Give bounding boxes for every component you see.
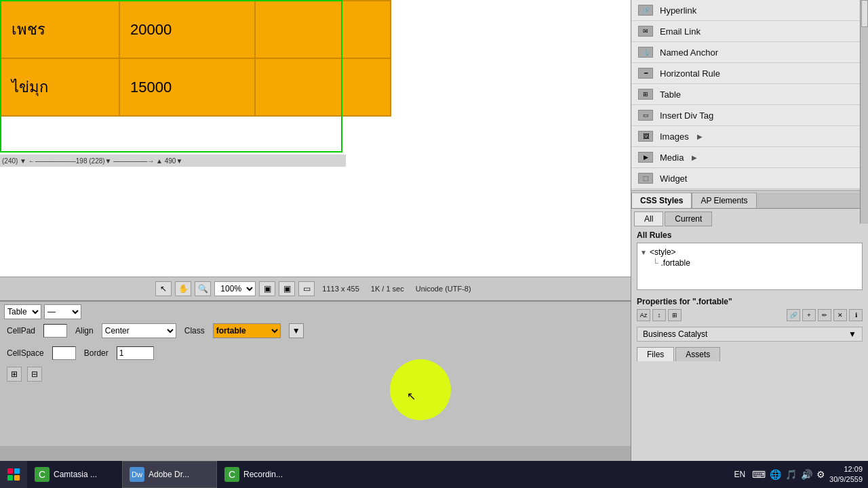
files-assets-tabs: Files Assets: [631, 344, 868, 361]
anchor-icon: ⚓: [638, 47, 653, 58]
tab-css-styles[interactable]: CSS Styles: [631, 192, 692, 208]
split-cell-icon[interactable]: ⊟: [27, 367, 42, 382]
props-icon-info[interactable]: ℹ: [849, 309, 863, 321]
email-label: Email Link: [660, 26, 701, 37]
menu-item-images[interactable]: 🖼 Images ▶: [631, 126, 868, 147]
recording-icon: C: [224, 467, 239, 482]
sub-tab-all[interactable]: All: [634, 211, 663, 226]
email-icon: ✉: [638, 26, 653, 37]
class-arrow-btn[interactable]: ▼: [289, 323, 304, 338]
business-catalyst-section[interactable]: Business Catalyst ▼: [637, 327, 863, 342]
table-row: ไข่มุก 15000: [1, 58, 391, 116]
props-icons-row: ⊞ ⊟: [0, 364, 631, 384]
table-select-2[interactable]: —: [44, 304, 81, 319]
table-icon: ⊞: [638, 89, 653, 100]
props-for-title: Properties for ".fortable": [637, 297, 863, 306]
props-icon-3[interactable]: ⊞: [668, 309, 682, 321]
sub-tabs-row: All Current: [631, 209, 868, 226]
select-tool-btn[interactable]: ↖: [155, 281, 172, 296]
ruler-bar: (240) ▼ ←——————198 (228)▼ —————→ ▲ 490▼: [0, 155, 346, 167]
tree-child-icon: └: [652, 258, 658, 268]
zoom-select[interactable]: 100%: [214, 281, 256, 296]
props-icon-add[interactable]: +: [802, 309, 816, 321]
svg-rect-0: [7, 468, 13, 474]
browser-icon: 🌐: [770, 469, 781, 480]
images-arrow: ▶: [697, 133, 703, 140]
taskbar-camtasia[interactable]: C Camtasia ...: [27, 461, 122, 488]
scrollbar-thumb[interactable]: [861, 0, 868, 27]
align-select[interactable]: Center: [102, 323, 176, 338]
table-cell-value: 20000: [119, 1, 255, 58]
tab-files[interactable]: Files: [637, 347, 674, 361]
menu-item-anchor[interactable]: ⚓ Named Anchor: [631, 42, 868, 63]
canvas-area: เพชร 20000 ไข่มุก 15000 (240) ▼ ←——————1…: [0, 0, 631, 298]
props-icon-edit[interactable]: ✏: [818, 309, 831, 321]
dreamweaver-icon: Dw: [130, 467, 144, 482]
rules-tree-parent[interactable]: ▼ <style>: [640, 246, 859, 258]
rules-tree-child[interactable]: └ .fortable: [640, 258, 859, 268]
ruler-text: (240) ▼ ←——————198 (228)▼ —————→ ▲ 490▼: [0, 157, 184, 165]
tab-ap-elements[interactable]: AP Elements: [692, 192, 756, 208]
start-button[interactable]: [0, 461, 27, 488]
class-select[interactable]: fortable: [213, 323, 281, 338]
all-rules-title: All Rules: [637, 230, 863, 240]
menu-item-hr[interactable]: ━ Horizontal Rule: [631, 63, 868, 84]
zoom-tool-btn[interactable]: 🔍: [195, 281, 211, 296]
border-label: Border: [84, 348, 108, 358]
props-icon-2[interactable]: ↕: [652, 309, 666, 321]
right-panel: 🔗 Hyperlink ✉ Email Link ⚓ Named Anchor …: [631, 0, 868, 488]
merge-cells-icon[interactable]: ⊞: [7, 367, 22, 382]
camtasia-icon: C: [35, 467, 50, 482]
hand-tool-btn[interactable]: ✋: [175, 281, 191, 296]
table-label: Table: [660, 89, 681, 100]
tab-assets[interactable]: Assets: [675, 347, 720, 361]
hyperlink-icon: 🔗: [638, 5, 653, 16]
props-icon-delete[interactable]: ✕: [833, 309, 847, 321]
menu-item-table[interactable]: ⊞ Table: [631, 84, 868, 105]
cellspace-label: CellSpace: [7, 348, 44, 358]
camtasia-label: Camtasia ...: [54, 470, 97, 479]
images-label: Images: [660, 131, 689, 142]
media-arrow: ▶: [692, 154, 697, 161]
menu-item-email[interactable]: ✉ Email Link: [631, 21, 868, 42]
hyperlink-label: Hyperlink: [660, 5, 696, 16]
border-input[interactable]: [117, 346, 154, 360]
div-label: Insert Div Tag: [660, 110, 713, 121]
taskbar-recording[interactable]: C Recordin...: [217, 461, 312, 488]
media-icon: ▶: [638, 152, 653, 163]
widget-icon: ⬚: [638, 173, 653, 184]
volume-icon[interactable]: 🔊: [801, 469, 812, 480]
taskbar-dreamweaver[interactable]: Dw Adobe Dr...: [122, 461, 217, 488]
view-btn-3[interactable]: ▭: [298, 281, 315, 296]
time-display: 12:09: [829, 464, 863, 474]
view-btn-1[interactable]: ▣: [259, 281, 275, 296]
menu-item-hyperlink[interactable]: 🔗 Hyperlink: [631, 0, 868, 21]
dreamweaver-label: Adobe Dr...: [149, 470, 189, 479]
system-icon: ⚙: [816, 469, 825, 480]
menu-item-media[interactable]: ▶ Media ▶: [631, 147, 868, 168]
content-table: เพชร 20000 ไข่มุก 15000: [0, 0, 391, 117]
language-indicator[interactable]: EN: [731, 470, 748, 479]
encoding-display: Unicode (UTF-8): [412, 285, 475, 293]
props-icon-link[interactable]: 🔗: [787, 309, 800, 321]
biz-catalyst-label: Business Catalyst: [643, 329, 707, 339]
menu-item-div[interactable]: ▭ Insert Div Tag: [631, 105, 868, 126]
media-label: Media: [660, 152, 684, 163]
props-for-section: Properties for ".fortable" Az ↕ ⊞ 🔗 + ✏ …: [631, 294, 868, 324]
table-cell: ไข่มุก: [1, 58, 119, 116]
table-select-1[interactable]: Table: [4, 304, 41, 319]
props-row-2: CellSpace Border: [0, 342, 631, 364]
properties-panel: Table — CellPad Align Center Class forta…: [0, 300, 631, 446]
right-panel-scrollbar[interactable]: [860, 0, 868, 224]
cellspace-input[interactable]: [52, 346, 76, 360]
menu-item-widget[interactable]: ⬚ Widget: [631, 168, 868, 189]
keyboard-icon: ⌨: [752, 469, 766, 480]
recording-label: Recordin...: [243, 470, 283, 479]
props-icon-1[interactable]: Az: [637, 309, 650, 321]
align-label: Align: [75, 326, 94, 336]
sub-tab-current[interactable]: Current: [665, 211, 712, 226]
view-btn-2[interactable]: ▣: [279, 281, 295, 296]
insert-menu: 🔗 Hyperlink ✉ Email Link ⚓ Named Anchor …: [631, 0, 868, 189]
svg-rect-2: [7, 475, 13, 481]
cellpad-input[interactable]: [43, 324, 67, 338]
